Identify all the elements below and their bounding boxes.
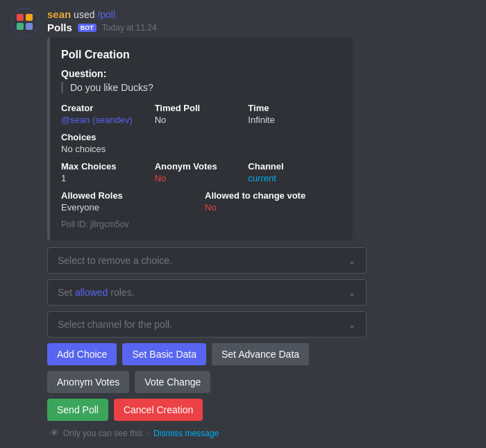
anonym-votes-value: No [155, 173, 249, 183]
bot-name: Polls [47, 22, 72, 33]
channel-label: Channel [248, 161, 342, 172]
timed-poll-value: No [155, 115, 249, 125]
vote-change-button[interactable]: Vote Change [135, 371, 210, 393]
send-poll-button[interactable]: Send Poll [47, 399, 108, 421]
allowed-change-value: No [205, 202, 342, 213]
svg-rect-4 [26, 23, 33, 30]
anonym-votes-label: Anonym Votes [155, 161, 249, 172]
embed-card: Poll Creation Question: Do you like Duck… [47, 38, 353, 240]
channel-dropdown[interactable]: Select channel for the poll. ⌄ [47, 311, 367, 338]
channel-value: current [248, 173, 342, 183]
time-label: Time [248, 103, 342, 113]
choices-value: No choices [61, 144, 342, 154]
allowed-roles-dropdown[interactable]: Set allowed roles. ⌄ [47, 279, 367, 306]
creator-value: @sean (seandev) [61, 115, 155, 125]
dismiss-link[interactable]: Dismiss message [153, 429, 219, 438]
set-basic-data-button[interactable]: Set Basic Data [122, 343, 206, 365]
question-label: Question: [61, 68, 342, 79]
anonym-votes-button[interactable]: Anonym Votes [47, 371, 129, 393]
allowed-roles-value: Everyone [61, 202, 198, 213]
max-choices-label: Max Choices [61, 161, 155, 172]
max-choices-value: 1 [61, 173, 155, 183]
remove-choice-dropdown[interactable]: Select to remove a choice. ⌄ [47, 247, 367, 274]
choices-label: Choices [61, 132, 342, 142]
timed-poll-label: Timed Poll [155, 103, 249, 113]
chevron-down-icon: ⌄ [348, 255, 356, 266]
svg-rect-3 [17, 23, 24, 30]
cancel-creation-button[interactable]: Cancel Creation [114, 399, 203, 421]
chevron-down-icon: ⌄ [348, 287, 356, 298]
svg-rect-0 [11, 8, 39, 36]
add-choice-button[interactable]: Add Choice [47, 343, 117, 365]
command-mention: /poll [97, 9, 115, 20]
time-value: Infinite [248, 115, 342, 125]
allowed-change-label: Allowed to change vote [205, 190, 342, 201]
set-advance-data-button[interactable]: Set Advance Data [212, 343, 309, 365]
bot-badge: BOT [78, 24, 97, 32]
avatar [11, 8, 39, 36]
eye-icon: 👁 [50, 428, 59, 438]
allowed-roles-placeholder: Set allowed roles. [58, 287, 135, 298]
footer-note: 👁 Only you can see this · Dismiss messag… [47, 428, 475, 438]
svg-rect-1 [17, 14, 24, 21]
chevron-down-icon: ⌄ [348, 319, 356, 330]
embed-title: Poll Creation [61, 49, 342, 61]
question-value: Do you like Ducks? [61, 82, 342, 93]
allowed-roles-label: Allowed Roles [61, 190, 198, 201]
timestamp: Today at 11:24 [102, 23, 157, 33]
creator-label: Creator [61, 103, 155, 113]
used-command-text: sean used /poll [47, 8, 115, 20]
username: sean [47, 8, 71, 20]
channel-placeholder: Select channel for the poll. [58, 319, 172, 330]
poll-id: Poll ID: j8rgcm5ov [61, 219, 342, 229]
remove-choice-placeholder: Select to remove a choice. [58, 255, 172, 266]
svg-rect-2 [26, 14, 33, 21]
